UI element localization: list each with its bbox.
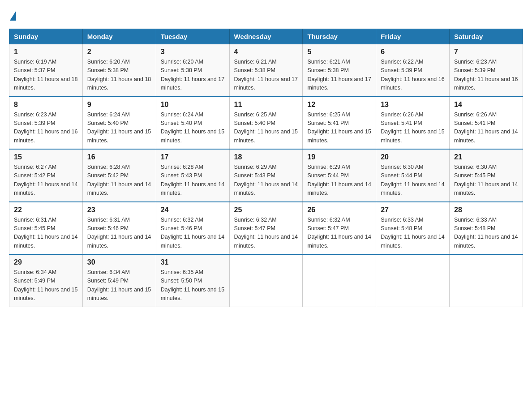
- day-info: Sunrise: 6:26 AMSunset: 5:41 PMDaylight:…: [381, 111, 445, 146]
- day-number: 10: [161, 101, 225, 109]
- calendar-day-cell: 17Sunrise: 6:28 AMSunset: 5:43 PMDayligh…: [156, 149, 229, 202]
- calendar-day-cell: 22Sunrise: 6:31 AMSunset: 5:45 PMDayligh…: [9, 202, 83, 255]
- day-info: Sunrise: 6:29 AMSunset: 5:44 PMDaylight:…: [307, 163, 371, 198]
- day-info: Sunrise: 6:22 AMSunset: 5:39 PMDaylight:…: [381, 58, 445, 93]
- calendar-day-cell: 7Sunrise: 6:23 AMSunset: 5:39 PMDaylight…: [450, 44, 523, 97]
- day-number: 3: [161, 48, 225, 56]
- day-number: 13: [381, 101, 445, 109]
- calendar-day-cell: 31Sunrise: 6:35 AMSunset: 5:50 PMDayligh…: [156, 254, 229, 307]
- day-number: 31: [161, 258, 225, 266]
- day-number: 21: [454, 153, 518, 161]
- calendar-day-cell: 28Sunrise: 6:33 AMSunset: 5:48 PMDayligh…: [450, 202, 523, 255]
- day-number: 25: [234, 206, 298, 214]
- calendar-day-cell: 11Sunrise: 6:25 AMSunset: 5:40 PMDayligh…: [229, 97, 303, 150]
- day-info: Sunrise: 6:34 AMSunset: 5:49 PMDaylight:…: [14, 268, 78, 303]
- day-info: Sunrise: 6:26 AMSunset: 5:41 PMDaylight:…: [454, 111, 518, 146]
- day-info: Sunrise: 6:25 AMSunset: 5:41 PMDaylight:…: [307, 111, 371, 146]
- day-info: Sunrise: 6:24 AMSunset: 5:40 PMDaylight:…: [161, 111, 225, 146]
- day-number: 18: [234, 153, 298, 161]
- day-number: 9: [87, 101, 151, 109]
- calendar-day-cell: 5Sunrise: 6:21 AMSunset: 5:38 PMDaylight…: [303, 44, 376, 97]
- day-number: 20: [381, 153, 445, 161]
- page-header: [9, 9, 523, 21]
- calendar-table: SundayMondayTuesdayWednesdayThursdayFrid…: [9, 29, 523, 307]
- day-info: Sunrise: 6:28 AMSunset: 5:43 PMDaylight:…: [161, 163, 225, 198]
- weekday-header-thursday: Thursday: [303, 29, 376, 44]
- calendar-day-cell: [229, 254, 303, 307]
- calendar-day-cell: 2Sunrise: 6:20 AMSunset: 5:38 PMDaylight…: [82, 44, 156, 97]
- calendar-week-row: 29Sunrise: 6:34 AMSunset: 5:49 PMDayligh…: [9, 254, 523, 307]
- day-number: 14: [454, 101, 518, 109]
- day-info: Sunrise: 6:33 AMSunset: 5:48 PMDaylight:…: [381, 216, 445, 251]
- calendar-week-row: 1Sunrise: 6:19 AMSunset: 5:37 PMDaylight…: [9, 44, 523, 97]
- calendar-day-cell: 25Sunrise: 6:32 AMSunset: 5:47 PMDayligh…: [229, 202, 303, 255]
- calendar-day-cell: 16Sunrise: 6:28 AMSunset: 5:42 PMDayligh…: [82, 149, 156, 202]
- calendar-day-cell: 23Sunrise: 6:31 AMSunset: 5:46 PMDayligh…: [82, 202, 156, 255]
- day-info: Sunrise: 6:23 AMSunset: 5:39 PMDaylight:…: [14, 111, 78, 146]
- calendar-day-cell: 19Sunrise: 6:29 AMSunset: 5:44 PMDayligh…: [303, 149, 376, 202]
- calendar-week-row: 8Sunrise: 6:23 AMSunset: 5:39 PMDaylight…: [9, 97, 523, 150]
- calendar-day-cell: 26Sunrise: 6:32 AMSunset: 5:47 PMDayligh…: [303, 202, 376, 255]
- calendar-day-cell: 20Sunrise: 6:30 AMSunset: 5:44 PMDayligh…: [376, 149, 450, 202]
- day-number: 5: [307, 48, 371, 56]
- calendar-day-cell: 24Sunrise: 6:32 AMSunset: 5:46 PMDayligh…: [156, 202, 229, 255]
- calendar-day-cell: 13Sunrise: 6:26 AMSunset: 5:41 PMDayligh…: [376, 97, 450, 150]
- day-number: 29: [14, 258, 78, 266]
- day-number: 23: [87, 206, 151, 214]
- day-number: 22: [14, 206, 78, 214]
- weekday-header-sunday: Sunday: [9, 29, 83, 44]
- day-info: Sunrise: 6:30 AMSunset: 5:44 PMDaylight:…: [381, 163, 445, 198]
- day-info: Sunrise: 6:20 AMSunset: 5:38 PMDaylight:…: [87, 58, 151, 93]
- weekday-header-row: SundayMondayTuesdayWednesdayThursdayFrid…: [9, 29, 523, 44]
- day-number: 27: [381, 206, 445, 214]
- calendar-day-cell: [376, 254, 450, 307]
- day-info: Sunrise: 6:35 AMSunset: 5:50 PMDaylight:…: [161, 268, 225, 303]
- day-number: 15: [14, 153, 78, 161]
- day-number: 11: [234, 101, 298, 109]
- logo: [9, 9, 16, 21]
- day-info: Sunrise: 6:32 AMSunset: 5:47 PMDaylight:…: [307, 216, 371, 251]
- day-number: 19: [307, 153, 371, 161]
- calendar-day-cell: 18Sunrise: 6:29 AMSunset: 5:43 PMDayligh…: [229, 149, 303, 202]
- day-info: Sunrise: 6:33 AMSunset: 5:48 PMDaylight:…: [454, 216, 518, 251]
- day-info: Sunrise: 6:32 AMSunset: 5:46 PMDaylight:…: [161, 216, 225, 251]
- calendar-day-cell: 3Sunrise: 6:20 AMSunset: 5:38 PMDaylight…: [156, 44, 229, 97]
- day-info: Sunrise: 6:34 AMSunset: 5:49 PMDaylight:…: [87, 268, 151, 303]
- calendar-day-cell: 6Sunrise: 6:22 AMSunset: 5:39 PMDaylight…: [376, 44, 450, 97]
- logo-triangle-icon: [10, 11, 16, 21]
- day-number: 1: [14, 48, 78, 56]
- day-number: 8: [14, 101, 78, 109]
- day-number: 7: [454, 48, 518, 56]
- calendar-day-cell: 27Sunrise: 6:33 AMSunset: 5:48 PMDayligh…: [376, 202, 450, 255]
- calendar-day-cell: 29Sunrise: 6:34 AMSunset: 5:49 PMDayligh…: [9, 254, 83, 307]
- day-info: Sunrise: 6:25 AMSunset: 5:40 PMDaylight:…: [234, 111, 298, 146]
- day-number: 4: [234, 48, 298, 56]
- weekday-header-wednesday: Wednesday: [229, 29, 303, 44]
- day-info: Sunrise: 6:24 AMSunset: 5:40 PMDaylight:…: [87, 111, 151, 146]
- day-number: 6: [381, 48, 445, 56]
- day-info: Sunrise: 6:30 AMSunset: 5:45 PMDaylight:…: [454, 163, 518, 198]
- weekday-header-saturday: Saturday: [450, 29, 523, 44]
- calendar-week-row: 15Sunrise: 6:27 AMSunset: 5:42 PMDayligh…: [9, 149, 523, 202]
- calendar-day-cell: 14Sunrise: 6:26 AMSunset: 5:41 PMDayligh…: [450, 97, 523, 150]
- day-number: 17: [161, 153, 225, 161]
- day-info: Sunrise: 6:29 AMSunset: 5:43 PMDaylight:…: [234, 163, 298, 198]
- day-info: Sunrise: 6:28 AMSunset: 5:42 PMDaylight:…: [87, 163, 151, 198]
- day-number: 12: [307, 101, 371, 109]
- weekday-header-monday: Monday: [82, 29, 156, 44]
- calendar-day-cell: 21Sunrise: 6:30 AMSunset: 5:45 PMDayligh…: [450, 149, 523, 202]
- calendar-day-cell: [303, 254, 376, 307]
- calendar-day-cell: 10Sunrise: 6:24 AMSunset: 5:40 PMDayligh…: [156, 97, 229, 150]
- day-info: Sunrise: 6:23 AMSunset: 5:39 PMDaylight:…: [454, 58, 518, 93]
- day-number: 2: [87, 48, 151, 56]
- weekday-header-tuesday: Tuesday: [156, 29, 229, 44]
- day-number: 28: [454, 206, 518, 214]
- calendar-week-row: 22Sunrise: 6:31 AMSunset: 5:45 PMDayligh…: [9, 202, 523, 255]
- day-info: Sunrise: 6:21 AMSunset: 5:38 PMDaylight:…: [307, 58, 371, 93]
- calendar-day-cell: 9Sunrise: 6:24 AMSunset: 5:40 PMDaylight…: [82, 97, 156, 150]
- weekday-header-friday: Friday: [376, 29, 450, 44]
- day-info: Sunrise: 6:31 AMSunset: 5:45 PMDaylight:…: [14, 216, 78, 251]
- calendar-body: 1Sunrise: 6:19 AMSunset: 5:37 PMDaylight…: [9, 44, 523, 307]
- day-number: 30: [87, 258, 151, 266]
- day-number: 16: [87, 153, 151, 161]
